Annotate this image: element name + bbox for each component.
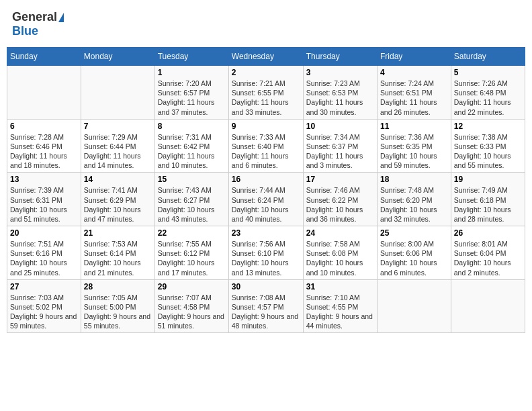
cell-date: 1: [158, 68, 226, 77]
cell-date: 30: [232, 282, 300, 291]
cell-date: 26: [454, 228, 522, 238]
week-row-5: 27Sunrise: 7:03 AMSunset: 5:02 PMDayligh…: [7, 279, 525, 333]
calendar-cell: 16Sunrise: 7:44 AMSunset: 6:24 PMDayligh…: [228, 173, 303, 226]
cell-info: Sunrise: 7:46 AMSunset: 6:22 PMDaylight:…: [306, 185, 374, 224]
calendar-cell: 27Sunrise: 7:03 AMSunset: 5:02 PMDayligh…: [7, 279, 81, 333]
calendar-cell: 20Sunrise: 7:51 AMSunset: 6:16 PMDayligh…: [7, 226, 81, 280]
week-row-3: 13Sunrise: 7:39 AMSunset: 6:31 PMDayligh…: [7, 173, 525, 226]
cell-info: Sunrise: 7:08 AMSunset: 4:57 PMDaylight:…: [232, 293, 300, 331]
cell-date: 20: [10, 228, 78, 238]
day-header-wednesday: Wednesday: [228, 48, 303, 66]
calendar-cell: 6Sunrise: 7:28 AMSunset: 6:46 PMDaylight…: [7, 119, 81, 173]
week-row-4: 20Sunrise: 7:51 AMSunset: 6:16 PMDayligh…: [7, 226, 525, 280]
calendar-cell: 31Sunrise: 7:10 AMSunset: 4:55 PMDayligh…: [303, 279, 377, 333]
cell-info: Sunrise: 7:38 AMSunset: 6:33 PMDaylight:…: [454, 132, 522, 171]
calendar-cell: 13Sunrise: 7:39 AMSunset: 6:31 PMDayligh…: [7, 173, 81, 226]
calendar-cell: 21Sunrise: 7:53 AMSunset: 6:14 PMDayligh…: [81, 226, 154, 280]
cell-info: Sunrise: 8:01 AMSunset: 6:04 PMDaylight:…: [454, 239, 522, 277]
cell-info: Sunrise: 7:26 AMSunset: 6:48 PMDaylight:…: [454, 79, 522, 117]
cell-date: 25: [380, 228, 448, 238]
calendar-cell: 30Sunrise: 7:08 AMSunset: 4:57 PMDayligh…: [228, 279, 303, 333]
cell-info: Sunrise: 7:21 AMSunset: 6:55 PMDaylight:…: [232, 79, 300, 117]
cell-date: 24: [306, 228, 374, 238]
calendar-cell: 11Sunrise: 7:36 AMSunset: 6:35 PMDayligh…: [377, 119, 451, 173]
cell-info: Sunrise: 7:07 AMSunset: 4:58 PMDaylight:…: [158, 293, 226, 331]
calendar-cell: 2Sunrise: 7:21 AMSunset: 6:55 PMDaylight…: [228, 66, 303, 120]
cell-info: Sunrise: 7:33 AMSunset: 6:40 PMDaylight:…: [232, 132, 300, 171]
cell-date: 29: [158, 282, 226, 291]
cell-info: Sunrise: 7:56 AMSunset: 6:10 PMDaylight:…: [232, 239, 300, 277]
cell-date: 12: [454, 122, 522, 131]
cell-date: 7: [84, 122, 152, 131]
calendar-cell: 7Sunrise: 7:29 AMSunset: 6:44 PMDaylight…: [81, 119, 154, 173]
calendar-header: SundayMondayTuesdayWednesdayThursdayFrid…: [7, 48, 525, 66]
day-header-sunday: Sunday: [7, 48, 81, 66]
cell-date: 31: [306, 282, 374, 291]
cell-date: 2: [232, 68, 300, 77]
cell-info: Sunrise: 7:53 AMSunset: 6:14 PMDaylight:…: [84, 239, 152, 277]
calendar-cell: 17Sunrise: 7:46 AMSunset: 6:22 PMDayligh…: [303, 173, 377, 226]
cell-info: Sunrise: 7:49 AMSunset: 6:18 PMDaylight:…: [454, 185, 522, 224]
calendar-cell: [451, 279, 525, 333]
cell-info: Sunrise: 7:05 AMSunset: 5:00 PMDaylight:…: [84, 293, 152, 331]
calendar-cell: [7, 66, 81, 120]
cell-date: 10: [306, 122, 374, 131]
day-header-tuesday: Tuesday: [154, 48, 228, 66]
day-header-friday: Friday: [377, 48, 451, 66]
cell-info: Sunrise: 7:44 AMSunset: 6:24 PMDaylight:…: [232, 185, 300, 224]
cell-date: 9: [232, 122, 300, 131]
cell-date: 14: [84, 175, 152, 184]
calendar-cell: 3Sunrise: 7:23 AMSunset: 6:53 PMDaylight…: [303, 66, 377, 120]
cell-info: Sunrise: 7:24 AMSunset: 6:51 PMDaylight:…: [380, 79, 448, 117]
cell-date: 27: [10, 282, 78, 291]
cell-info: Sunrise: 7:36 AMSunset: 6:35 PMDaylight:…: [380, 132, 448, 171]
cell-info: Sunrise: 7:39 AMSunset: 6:31 PMDaylight:…: [10, 185, 78, 224]
calendar-cell: 9Sunrise: 7:33 AMSunset: 6:40 PMDaylight…: [228, 119, 303, 173]
cell-date: 13: [10, 175, 78, 184]
cell-date: 16: [232, 175, 300, 184]
cell-date: 19: [454, 175, 522, 184]
cell-info: Sunrise: 7:55 AMSunset: 6:12 PMDaylight:…: [158, 239, 226, 277]
calendar-body: 1Sunrise: 7:20 AMSunset: 6:57 PMDaylight…: [7, 66, 525, 333]
logo-triangle-icon: [58, 13, 64, 22]
cell-date: 11: [380, 122, 448, 131]
cell-info: Sunrise: 7:58 AMSunset: 6:08 PMDaylight:…: [306, 239, 374, 277]
calendar-cell: 24Sunrise: 7:58 AMSunset: 6:08 PMDayligh…: [303, 226, 377, 280]
week-row-1: 1Sunrise: 7:20 AMSunset: 6:57 PMDaylight…: [7, 66, 525, 120]
day-header-saturday: Saturday: [451, 48, 525, 66]
cell-date: 23: [232, 228, 300, 238]
cell-info: Sunrise: 7:20 AMSunset: 6:57 PMDaylight:…: [158, 79, 226, 117]
cell-info: Sunrise: 7:43 AMSunset: 6:27 PMDaylight:…: [158, 185, 226, 224]
cell-date: 21: [84, 228, 152, 238]
cell-info: Sunrise: 7:23 AMSunset: 6:53 PMDaylight:…: [306, 79, 374, 117]
cell-date: 18: [380, 175, 448, 184]
cell-date: 8: [158, 122, 226, 131]
calendar-cell: 1Sunrise: 7:20 AMSunset: 6:57 PMDaylight…: [154, 66, 228, 120]
logo-general-text: General: [12, 10, 57, 24]
page-header: General Blue: [7, 7, 525, 42]
cell-info: Sunrise: 8:00 AMSunset: 6:06 PMDaylight:…: [380, 239, 448, 277]
cell-info: Sunrise: 7:41 AMSunset: 6:29 PMDaylight:…: [84, 185, 152, 224]
calendar-cell: 29Sunrise: 7:07 AMSunset: 4:58 PMDayligh…: [154, 279, 228, 333]
calendar-cell: 25Sunrise: 8:00 AMSunset: 6:06 PMDayligh…: [377, 226, 451, 280]
cell-date: 6: [10, 122, 78, 131]
cell-info: Sunrise: 7:10 AMSunset: 4:55 PMDaylight:…: [306, 293, 374, 331]
day-header-thursday: Thursday: [303, 48, 377, 66]
logo: General Blue: [12, 10, 64, 38]
cell-date: 4: [380, 68, 448, 77]
day-header-monday: Monday: [81, 48, 154, 66]
cell-info: Sunrise: 7:31 AMSunset: 6:42 PMDaylight:…: [158, 132, 226, 171]
calendar-table: SundayMondayTuesdayWednesdayThursdayFrid…: [7, 47, 525, 333]
calendar-cell: 8Sunrise: 7:31 AMSunset: 6:42 PMDaylight…: [154, 119, 228, 173]
cell-date: 15: [158, 175, 226, 184]
calendar-cell: 5Sunrise: 7:26 AMSunset: 6:48 PMDaylight…: [451, 66, 525, 120]
calendar-cell: 10Sunrise: 7:34 AMSunset: 6:37 PMDayligh…: [303, 119, 377, 173]
cell-info: Sunrise: 7:34 AMSunset: 6:37 PMDaylight:…: [306, 132, 374, 171]
calendar-cell: [377, 279, 451, 333]
calendar-cell: 12Sunrise: 7:38 AMSunset: 6:33 PMDayligh…: [451, 119, 525, 173]
calendar-cell: 15Sunrise: 7:43 AMSunset: 6:27 PMDayligh…: [154, 173, 228, 226]
calendar-cell: 28Sunrise: 7:05 AMSunset: 5:00 PMDayligh…: [81, 279, 154, 333]
cell-date: 17: [306, 175, 374, 184]
cell-info: Sunrise: 7:51 AMSunset: 6:16 PMDaylight:…: [10, 239, 78, 277]
header-row: SundayMondayTuesdayWednesdayThursdayFrid…: [7, 48, 525, 66]
